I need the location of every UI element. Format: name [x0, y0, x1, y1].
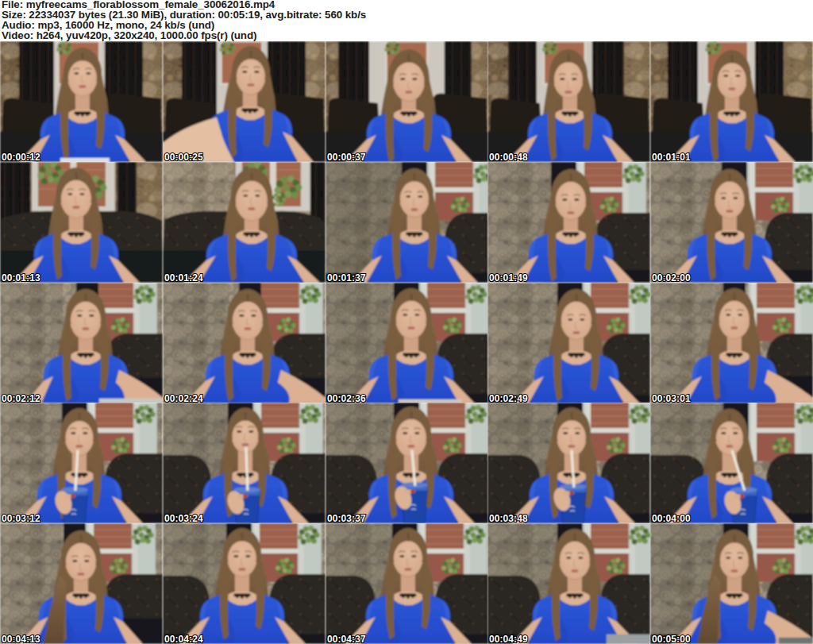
svg-text:00:01:01: 00:01:01	[652, 152, 691, 162]
svg-text:00:03:12: 00:03:12	[2, 513, 40, 523]
svg-text:00:04:24: 00:04:24	[164, 634, 203, 644]
svg-text:00:00:12: 00:00:12	[2, 152, 40, 162]
svg-text:00:04:00: 00:04:00	[652, 513, 691, 523]
svg-text:00:02:49: 00:02:49	[489, 393, 528, 403]
svg-text:00:04:49: 00:04:49	[489, 634, 528, 644]
svg-text:00:02:12: 00:02:12	[2, 393, 40, 403]
svg-text:00:05:00: 00:05:00	[652, 634, 691, 644]
svg-text:00:01:49: 00:01:49	[489, 272, 528, 283]
svg-text:00:04:13: 00:04:13	[2, 634, 40, 644]
svg-text:00:00:48: 00:00:48	[489, 152, 528, 162]
svg-text:00:01:24: 00:01:24	[164, 272, 203, 283]
svg-text:00:03:48: 00:03:48	[489, 513, 528, 523]
svg-text:00:00:37: 00:00:37	[327, 152, 366, 162]
svg-text:00:01:37: 00:01:37	[327, 272, 366, 283]
svg-text:00:04:37: 00:04:37	[327, 634, 366, 644]
svg-text:00:02:00: 00:02:00	[652, 272, 691, 283]
svg-text:00:03:24: 00:03:24	[164, 513, 203, 523]
svg-text:00:00:25: 00:00:25	[164, 152, 203, 162]
svg-text:00:01:13: 00:01:13	[2, 272, 40, 283]
svg-text:00:02:36: 00:02:36	[327, 393, 366, 403]
svg-text:00:03:01: 00:03:01	[652, 393, 691, 403]
svg-text:00:02:24: 00:02:24	[164, 393, 203, 403]
svg-text:00:03:37: 00:03:37	[327, 513, 366, 523]
